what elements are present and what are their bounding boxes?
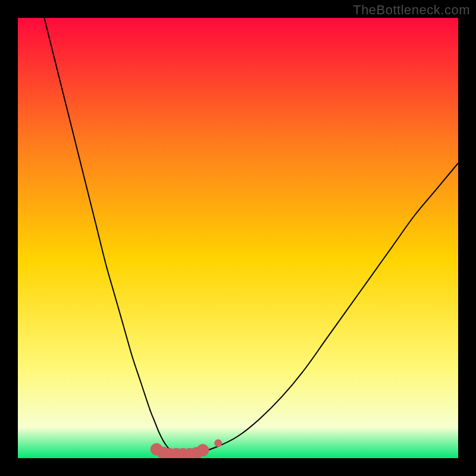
marker-dot [197,444,209,456]
chart-svg [18,18,458,458]
plot-area [18,18,458,458]
chart-frame: TheBottleneck.com [0,0,476,476]
gradient-background [18,18,458,458]
marker-dot [215,440,222,447]
watermark-text: TheBottleneck.com [353,2,470,18]
